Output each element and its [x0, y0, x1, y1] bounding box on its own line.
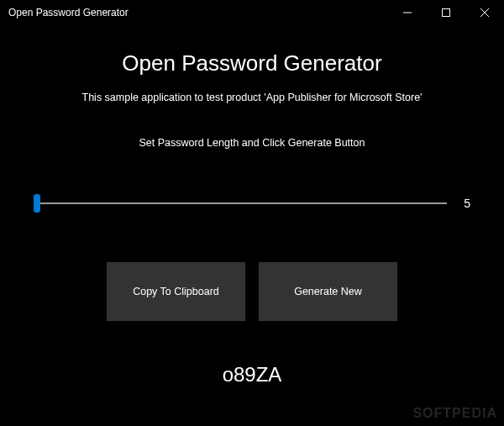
slider-track [34, 202, 447, 204]
close-button[interactable] [465, 0, 504, 25]
page-title: Open Password Generator [122, 50, 381, 76]
subtitle-text: This sample application to test product … [82, 92, 423, 103]
instruction-text: Set Password Length and Click Generate B… [139, 137, 365, 149]
maximize-button[interactable] [427, 0, 465, 25]
watermark: SOFTPEDIA [412, 406, 497, 421]
slider-row: 5 [34, 195, 470, 212]
generate-new-button[interactable]: Generate New [259, 262, 397, 321]
app-window: Open Password Generator Open Password Ge… [0, 0, 504, 426]
button-row: Copy To Clipboard Generate New [107, 262, 397, 321]
length-slider[interactable] [34, 195, 447, 212]
window-controls [388, 0, 504, 25]
titlebar: Open Password Generator [0, 0, 504, 25]
minimize-icon [403, 8, 412, 17]
close-icon [480, 8, 489, 17]
content-area: Open Password Generator This sample appl… [0, 25, 504, 426]
maximize-icon [442, 8, 450, 17]
minimize-button[interactable] [388, 0, 427, 25]
slider-value: 5 [460, 197, 470, 210]
window-title: Open Password Generator [8, 7, 129, 18]
generated-password: o89ZA [223, 363, 282, 387]
copy-to-clipboard-button[interactable]: Copy To Clipboard [107, 262, 245, 321]
svg-rect-1 [443, 9, 450, 17]
slider-thumb[interactable] [34, 194, 40, 213]
